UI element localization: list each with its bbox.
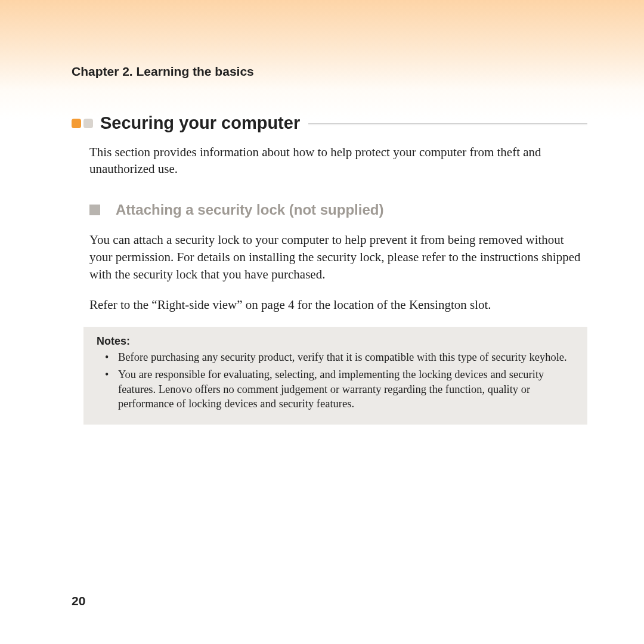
- bullet-gray-icon: [83, 119, 93, 128]
- body-paragraph: You can attach a security lock to your c…: [89, 231, 587, 283]
- body-paragraph: Refer to the “Right-side view” on page 4…: [89, 296, 587, 314]
- notes-box: Notes: Before purchasing any security pr…: [83, 327, 587, 425]
- section-intro-text: This section provides information about …: [89, 144, 587, 178]
- notes-item: Before purchasing any security product, …: [118, 350, 577, 365]
- page-number: 20: [72, 594, 85, 608]
- subsection-bullet-icon: [89, 205, 100, 215]
- section-bullets: [72, 119, 93, 128]
- section-divider: [308, 123, 587, 124]
- section-title: Securing your computer: [100, 113, 300, 133]
- page-content: Chapter 2. Learning the basics Securing …: [0, 0, 644, 644]
- subsection-heading-row: Attaching a security lock (not supplied): [72, 202, 587, 218]
- section-heading-row: Securing your computer: [72, 113, 587, 133]
- subsection-title: Attaching a security lock (not supplied): [116, 202, 383, 218]
- chapter-header: Chapter 2. Learning the basics: [72, 64, 587, 79]
- notes-list: Before purchasing any security product, …: [97, 350, 577, 412]
- notes-label: Notes:: [97, 335, 577, 348]
- bullet-orange-icon: [72, 119, 81, 128]
- notes-item: You are responsible for evaluating, sele…: [118, 367, 577, 412]
